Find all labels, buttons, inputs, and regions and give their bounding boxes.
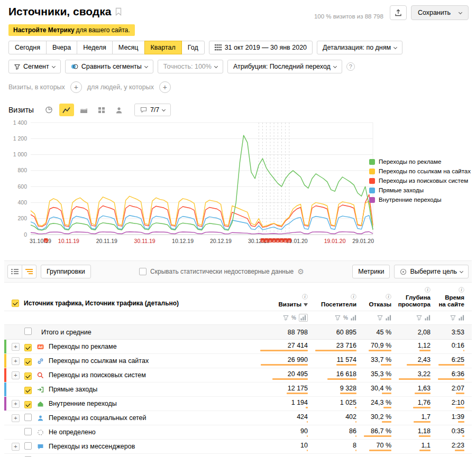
expand-button[interactable]: +	[12, 414, 20, 422]
legend-item[interactable]: Переходы по рекламе	[369, 158, 471, 165]
funnel-filter-icon[interactable]	[416, 315, 422, 321]
period-button-year[interactable]: Год	[181, 41, 205, 54]
period-button-yesterday[interactable]: Вчера	[46, 41, 77, 54]
help-icon[interactable]: ?	[346, 62, 355, 71]
bars-filter-icon[interactable]	[459, 315, 464, 321]
info-icon[interactable]: i	[386, 294, 391, 300]
expand-button[interactable]: +	[12, 343, 20, 351]
chart-legend: Переходы по рекламеПереходы по ссылкам н…	[369, 155, 471, 206]
visits-line-chart[interactable]: 02004006008001 0001 2001 40031.10.1910.1…	[4, 117, 381, 250]
series-count-button[interactable]: 7/7	[134, 104, 171, 116]
row-checkbox[interactable]	[24, 414, 32, 421]
setup-banner[interactable]: Настройте Метрикудля вашего сайта.	[8, 24, 135, 36]
metrics-button[interactable]: Метрики	[352, 265, 390, 278]
select-goal-button[interactable]: Выберите цель	[394, 265, 469, 278]
segment-button[interactable]: Сегмент	[8, 60, 61, 73]
row-checkbox[interactable]	[24, 328, 32, 335]
row-name-cell: +AdПереходы по рекламе	[4, 340, 260, 353]
date-range-button[interactable]: 31 окт 2019 — 30 янв 2020	[209, 41, 313, 54]
row-label[interactable]: Переходы из мессенджеров	[49, 443, 135, 450]
funnel-filter-icon[interactable]	[377, 315, 383, 321]
row-checkbox[interactable]	[24, 358, 32, 366]
banner-link[interactable]: Настройте Метрику	[13, 26, 75, 34]
goal-target-icon	[400, 268, 407, 275]
hide-insignificant-checkbox[interactable]	[139, 268, 147, 275]
period-button-month[interactable]: Месяц	[112, 41, 145, 54]
row-label[interactable]: Переходы по рекламе	[49, 343, 117, 350]
legend-item[interactable]: Прямые заходы	[369, 187, 471, 193]
expand-button[interactable]: +	[12, 400, 20, 408]
groupings-button[interactable]: Группировки	[41, 265, 91, 278]
row-checkbox[interactable]	[24, 401, 32, 408]
period-button-quarter[interactable]: Квартал	[144, 41, 182, 54]
row-label[interactable]: Переходы по ссылкам на сайтах	[49, 357, 149, 365]
people-condition-link[interactable]: для людей, у которых	[87, 83, 154, 91]
chart-type-table-button[interactable]	[94, 104, 109, 116]
list-view-button[interactable]	[7, 265, 22, 278]
column-header-time[interactable]: iВремя на сайте	[438, 287, 472, 308]
detalization-button[interactable]: Детализация: по дням	[317, 41, 402, 54]
tree-view-button[interactable]	[22, 265, 36, 278]
expand-slot: +	[12, 343, 24, 351]
column-header-visits[interactable]: iВизиты	[260, 294, 315, 308]
save-button[interactable]: Сохранить	[411, 5, 469, 20]
visits-condition-link[interactable]: Визиты, в которых	[8, 83, 65, 91]
funnel-filter-icon[interactable]	[335, 315, 341, 321]
bars-filter-icon[interactable]	[386, 315, 391, 321]
expand-button[interactable]: +	[12, 371, 20, 379]
info-icon[interactable]: i	[302, 294, 308, 300]
row-checkbox[interactable]	[24, 442, 32, 450]
expand-button[interactable]: +	[12, 443, 20, 451]
row-label[interactable]: Прямые заходы	[49, 386, 97, 393]
period-button-today[interactable]: Сегодня	[8, 41, 47, 54]
add-people-condition-button[interactable]: +	[159, 81, 171, 93]
percent-filter-icon[interactable]: %	[291, 315, 296, 321]
svg-text:и: и	[288, 239, 290, 243]
legend-item[interactable]: Переходы по ссылкам на сайтах	[369, 168, 471, 174]
bars-filter-selected[interactable]	[299, 314, 308, 322]
funnel-filter-icon[interactable]	[450, 315, 456, 321]
chart-type-line-button[interactable]	[59, 104, 74, 116]
bars-filter-icon[interactable]	[351, 315, 356, 321]
row-label[interactable]: Внутренние переходы	[49, 400, 117, 407]
select-all-checkbox[interactable]	[12, 300, 19, 307]
info-icon[interactable]: i	[459, 287, 464, 293]
column-header-visitors[interactable]: iПосетители	[315, 294, 364, 308]
column-header-depth[interactable]: iГлубина просмотра	[399, 287, 438, 308]
period-button-week[interactable]: Неделя	[77, 41, 113, 54]
column-header-bounce[interactable]: iОтказы	[364, 294, 399, 308]
metric-bar-track	[315, 393, 356, 394]
chart-type-area-button[interactable]	[77, 104, 91, 116]
row-checkbox[interactable]	[24, 372, 32, 380]
gear-icon[interactable]: ⚙	[297, 267, 304, 276]
chart-type-pie-button[interactable]	[42, 104, 57, 116]
bookmark-icon[interactable]	[115, 7, 122, 16]
row-checkbox[interactable]	[24, 344, 32, 351]
row-label[interactable]: Не определено	[49, 428, 96, 436]
accuracy-button[interactable]: Точность: 100%	[158, 60, 223, 73]
info-icon[interactable]: i	[351, 294, 356, 300]
row-label[interactable]: Переходы из социальных сетей	[49, 414, 146, 422]
row-checkbox[interactable]	[24, 387, 32, 394]
table-row: +Переходы из мессенджеров10870 %1,12:23	[4, 440, 472, 454]
row-label[interactable]: Переходы из поисковых систем	[49, 371, 146, 379]
export-button[interactable]	[390, 5, 407, 20]
info-icon[interactable]: i	[425, 287, 431, 293]
legend-item[interactable]: Переходы из поисковых систем	[369, 178, 471, 184]
chart-type-audience-button[interactable]	[112, 104, 126, 116]
bars-filter-icon[interactable]	[425, 315, 431, 321]
row-label[interactable]: Итого и средние	[41, 329, 91, 336]
attribution-button[interactable]: Атрибуция: Последний переход	[227, 60, 342, 73]
legend-item[interactable]: Внутренние переходы	[369, 197, 471, 203]
expand-button[interactable]: +	[12, 357, 20, 365]
funnel-filter-icon[interactable]	[283, 315, 289, 321]
bars-filter-icon[interactable]	[300, 315, 306, 321]
row-checkbox[interactable]	[24, 428, 32, 435]
metric-value: 1,12	[399, 342, 431, 349]
percent-filter-icon[interactable]: %	[343, 315, 348, 321]
metric-cell-time: 0:16	[438, 342, 472, 351]
add-visit-condition-button[interactable]: +	[70, 81, 82, 93]
metric-cell-visits: 12 175	[260, 385, 315, 394]
metric-cell-time: 2:10	[438, 399, 472, 408]
compare-segments-button[interactable]: Сравнить сегменты	[65, 60, 153, 73]
